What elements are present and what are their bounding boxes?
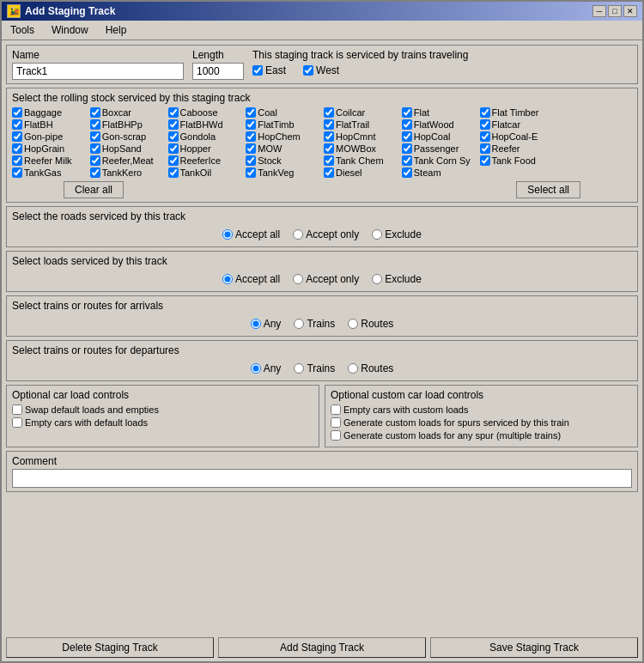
rs-cb-tankgas[interactable] (12, 167, 22, 178)
departures-trains-radio[interactable] (294, 363, 304, 374)
rs-cb-reefermilk[interactable] (12, 155, 22, 166)
rs-cb-baggage[interactable] (12, 107, 22, 118)
roads-accept-all-radio[interactable] (222, 229, 233, 240)
rs-cb-mowbox[interactable] (324, 143, 334, 154)
maximize-button[interactable]: □ (608, 5, 622, 17)
rs-cb-diesel[interactable] (324, 167, 334, 178)
rs-item-gonpipe: Gon-pipe (12, 131, 87, 142)
rs-cb-passenger[interactable] (402, 143, 412, 154)
direction-group: This staging track is serviced by trains… (252, 49, 632, 76)
rs-cb-reeferice[interactable] (168, 155, 179, 166)
arrivals-routes-radio[interactable] (348, 319, 358, 329)
rs-item-stock: Stock (246, 155, 320, 166)
opt-custom-item3: Generate custom loads for any spur (mult… (331, 430, 632, 441)
rs-cb-stock[interactable] (246, 155, 256, 166)
rs-cb-mow[interactable] (246, 143, 256, 154)
rs-cb-hopcoale[interactable] (480, 131, 490, 142)
rs-cb-tankoil[interactable] (168, 167, 179, 178)
loads-accept-only-radio[interactable] (293, 274, 303, 284)
arrivals-any-label: Any (251, 318, 282, 330)
rs-cb-tankfood[interactable] (480, 155, 490, 166)
minimize-button[interactable]: ─ (592, 5, 606, 17)
menu-window[interactable]: Window (46, 22, 94, 38)
loads-accept-only-label: Accept only (293, 273, 359, 285)
optional-car-section: Optional car load controls Swap default … (6, 385, 319, 447)
rs-cb-steam[interactable] (402, 167, 412, 178)
rs-item-mowbox: MOWBox (324, 143, 398, 154)
rs-item-flat: Flat (402, 107, 477, 118)
loads-exclude-radio[interactable] (372, 274, 382, 284)
rs-item-flatbhpp: FlatBHPp (90, 119, 165, 130)
rs-cb-flatcar[interactable] (480, 119, 490, 130)
roads-section: Select the roads serviced by this track … (6, 206, 638, 247)
rs-cb-flatbhwd[interactable] (168, 119, 179, 130)
swap-loads-checkbox[interactable] (12, 404, 22, 415)
rs-cb-flatbhpp[interactable] (90, 119, 100, 130)
rs-item-tankchem: Tank Chem (324, 155, 398, 166)
gen-custom-spur-checkbox[interactable] (331, 417, 341, 428)
rs-cb-reefermeat[interactable] (90, 155, 100, 166)
rs-cb-coal[interactable] (246, 107, 256, 118)
roads-exclude-label: Exclude (372, 228, 422, 240)
gen-custom-any-checkbox[interactable] (331, 430, 341, 441)
rs-cb-tankcornsy[interactable] (402, 155, 412, 166)
rs-cb-reefer[interactable] (480, 143, 490, 154)
select-all-button[interactable]: Select all (516, 181, 580, 198)
rs-cb-flattimb[interactable] (246, 119, 256, 130)
rs-cb-coilcar[interactable] (324, 107, 334, 118)
rs-cb-tankveg[interactable] (246, 167, 256, 178)
rs-item-baggage: Baggage (12, 107, 87, 118)
empty-custom-checkbox[interactable] (331, 404, 341, 415)
rs-cb-flatwood[interactable] (402, 119, 412, 130)
rs-item-flatwood: FlatWood (402, 119, 477, 130)
rs-cb-tankchem[interactable] (324, 155, 334, 166)
rs-cb-flatbh[interactable] (12, 119, 22, 130)
title-bar: 🚂 Add Staging Track ─ □ ✕ (2, 2, 642, 21)
direction-checks: East West (252, 64, 632, 76)
rs-cb-hopper[interactable] (168, 143, 179, 154)
rs-cb-hopcoal[interactable] (402, 131, 412, 142)
length-input[interactable] (192, 63, 244, 80)
rs-cb-hopsand[interactable] (90, 143, 100, 154)
empty-cars-checkbox[interactable] (12, 417, 22, 428)
roads-exclude-radio[interactable] (372, 229, 382, 240)
west-checkbox[interactable] (303, 65, 313, 76)
add-staging-track-button[interactable]: Add Staging Track (218, 637, 426, 658)
rs-cb-hopgrain[interactable] (12, 143, 22, 154)
roads-title: Select the roads serviced by this track (12, 210, 632, 222)
rs-item-hopcmnt: HopCmnt (324, 131, 398, 142)
rs-cb-flattrail[interactable] (324, 119, 334, 130)
arrivals-trains-radio[interactable] (294, 319, 304, 329)
departures-routes-radio[interactable] (348, 363, 358, 374)
rs-item-hopcoal: HopCoal (402, 131, 477, 142)
loads-accept-all-radio[interactable] (222, 274, 233, 284)
rs-cb-gonpipe[interactable] (12, 131, 22, 142)
rs-item-reefermilk: Reefer Milk (12, 155, 87, 166)
optional-car-title: Optional car load controls (12, 389, 313, 401)
rs-cb-flat[interactable] (402, 107, 412, 118)
clear-all-button[interactable]: Clear all (64, 181, 124, 198)
save-staging-track-button[interactable]: Save Staging Track (430, 637, 638, 658)
arrivals-any-radio[interactable] (251, 319, 261, 329)
rs-cb-gondola[interactable] (168, 131, 179, 142)
rs-cb-boxcar[interactable] (90, 107, 100, 118)
delete-staging-track-button[interactable]: Delete Staging Track (6, 637, 214, 658)
comment-label: Comment (12, 455, 632, 467)
menu-help[interactable]: Help (100, 22, 132, 38)
menu-tools[interactable]: Tools (5, 22, 39, 38)
rs-item-reefermeat: Reefer,Meat (90, 155, 165, 166)
comment-input[interactable] (12, 469, 632, 488)
close-button[interactable]: ✕ (623, 5, 637, 17)
departures-any-radio[interactable] (251, 363, 261, 374)
rs-item-tankfood: Tank Food (480, 155, 555, 166)
rs-cb-gonscrap[interactable] (90, 131, 100, 142)
rs-cb-flattimber[interactable] (480, 107, 490, 118)
roads-accept-only-radio[interactable] (293, 229, 303, 240)
rs-cb-caboose[interactable] (168, 107, 179, 118)
rs-cb-tankkero[interactable] (90, 167, 100, 178)
rs-item-flattrail: FlatTrail (324, 119, 398, 130)
name-input[interactable] (12, 63, 184, 80)
east-checkbox[interactable] (252, 65, 263, 76)
rs-cb-hopcmnt[interactable] (324, 131, 334, 142)
rs-cb-hopchem[interactable] (246, 131, 256, 142)
